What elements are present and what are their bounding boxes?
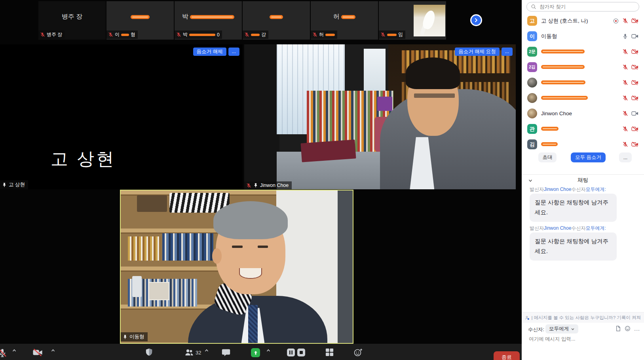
- tile-name: 이: [115, 31, 120, 38]
- mic-on-icon: [622, 33, 628, 39]
- tile-name-badge: 강: [243, 30, 268, 39]
- main-video-jinwon-choe[interactable]: 음소거 해제 요청 ... Jinwon Choe: [244, 44, 516, 189]
- shield-icon: [145, 348, 153, 356]
- emoji-icon[interactable]: [625, 326, 631, 331]
- chevron-up-icon: [12, 348, 17, 353]
- video-name: 이동형: [129, 333, 144, 340]
- redaction-blob: [189, 34, 215, 36]
- recipient-label: 수신자:: [528, 326, 544, 333]
- office-video-feed: [244, 44, 516, 189]
- mic-options-chevron[interactable]: [12, 348, 17, 353]
- tile-name: 허: [319, 31, 324, 38]
- big-participant-name: 고 상현: [51, 147, 116, 171]
- security-button[interactable]: [145, 348, 153, 356]
- mic-muted-icon: [622, 64, 628, 70]
- participant-name: 고 상현 (호스트, 나): [541, 17, 588, 25]
- mic-muted-icon: [622, 18, 628, 24]
- mic-muted-icon: [380, 32, 386, 37]
- participants-chat-panel: 고 고 상현 (호스트, 나) 이 이동형 2문: [522, 0, 644, 360]
- participants-icon: [184, 348, 194, 357]
- tile-name: 강: [261, 31, 266, 38]
- chat-button[interactable]: [222, 348, 230, 357]
- zoom-meeting-window: 병주 장 병주 장 이형 박 박0 강: [0, 0, 644, 360]
- next-page-button[interactable]: [470, 14, 482, 26]
- participant-row[interactable]: 관: [522, 121, 644, 137]
- pause-recording-button[interactable]: [287, 348, 295, 357]
- tile-name-badge: 병주 장: [38, 30, 65, 39]
- redaction-blob: [541, 96, 588, 100]
- video-tile[interactable]: 임: [379, 1, 446, 40]
- video-tile[interactable]: 이형: [106, 1, 174, 40]
- redaction-blob: [131, 15, 150, 19]
- reactions-button[interactable]: [354, 348, 363, 357]
- redaction-blob: [190, 15, 234, 19]
- mic-muted-icon: [312, 32, 317, 37]
- participants-footer: 초대 모두 음소거 ...: [522, 152, 644, 164]
- video-options-chevron[interactable]: [51, 348, 55, 353]
- video-tile[interactable]: 박 박0: [175, 1, 242, 40]
- share-screen-button[interactable]: [251, 348, 260, 357]
- more-icon[interactable]: ...: [634, 327, 640, 331]
- participant-row[interactable]: 고 고 상현 (호스트, 나): [522, 13, 644, 29]
- participant-row[interactable]: 2김: [522, 59, 644, 75]
- redaction-blob: [121, 34, 129, 36]
- participant-row[interactable]: 이 이동형: [522, 29, 644, 44]
- more-options-button[interactable]: ...: [228, 48, 239, 56]
- pinned-video-lee-dong-hyung[interactable]: 이동형: [120, 190, 353, 344]
- participant-search[interactable]: [526, 2, 639, 11]
- participants-chevron[interactable]: [204, 348, 209, 353]
- redaction-blob: [251, 34, 260, 36]
- video-tile[interactable]: 병주 장 병주 장: [38, 1, 106, 40]
- chat-title: 채팅: [578, 177, 588, 183]
- video-tile[interactable]: 강: [243, 1, 310, 40]
- file-icon[interactable]: [615, 326, 621, 331]
- tile-name: 0: [217, 32, 220, 38]
- chat-bubble-icon: [222, 348, 230, 357]
- end-meeting-button[interactable]: 종료: [494, 351, 520, 360]
- tile-name: 병주 장: [47, 31, 62, 38]
- tile-center-name: 박: [182, 13, 188, 21]
- tile-name-badge: 이형: [106, 30, 138, 39]
- apps-button[interactable]: [325, 348, 334, 356]
- video-name-label: Jinwon Choe: [244, 181, 292, 189]
- invite-button[interactable]: 초대: [538, 152, 557, 162]
- video-toggle[interactable]: [32, 348, 43, 357]
- recipient-selector[interactable]: 모두에게: [545, 324, 578, 333]
- compose-actions: ...: [615, 326, 640, 331]
- chevron-down-icon[interactable]: [528, 178, 533, 183]
- redaction-blob: [541, 142, 558, 146]
- share-options-chevron[interactable]: [266, 348, 271, 353]
- camera-off-icon: [631, 64, 638, 70]
- chat-sender-line: 발신자Jinwon Choe수신자모두에게:: [530, 225, 606, 232]
- participant-row[interactable]: Jinwon Choe: [522, 106, 644, 121]
- participant-row[interactable]: [522, 75, 644, 90]
- participant-row[interactable]: 2문: [522, 44, 644, 59]
- avatar: 이: [527, 31, 537, 41]
- video-tile[interactable]: 허 허: [311, 1, 378, 40]
- participant-row[interactable]: [522, 90, 644, 106]
- mute-toggle[interactable]: [0, 348, 7, 358]
- more-button[interactable]: ...: [619, 152, 632, 162]
- tile-name: 형: [131, 31, 135, 38]
- pause-icon: [287, 348, 295, 357]
- avatar: 2김: [527, 62, 537, 72]
- chevron-up-icon: [51, 348, 55, 353]
- mute-all-button[interactable]: 모두 음소거: [571, 152, 606, 162]
- stop-icon: [297, 348, 306, 357]
- chevron-up-icon: [204, 348, 209, 353]
- stop-recording-button[interactable]: [297, 348, 306, 357]
- unmute-button[interactable]: 음소거 해제: [193, 48, 226, 56]
- stoat-photo: [414, 5, 445, 36]
- redaction-blob: [541, 80, 585, 84]
- request-unmute-button[interactable]: 음소거 해제 요청: [455, 48, 499, 56]
- bookshelf-video-feed: [121, 190, 353, 343]
- chat-header: 채팅: [522, 177, 644, 184]
- chat-message-input[interactable]: [528, 336, 635, 342]
- avatar: 고: [527, 16, 537, 26]
- participant-row[interactable]: 김: [522, 137, 644, 152]
- redaction-blob: [541, 127, 559, 131]
- search-input[interactable]: [539, 4, 635, 10]
- participants-button[interactable]: 32: [184, 348, 201, 357]
- main-video-self[interactable]: 고 상현 음소거 해제 ... 고 상현: [0, 44, 243, 189]
- more-options-button[interactable]: ...: [502, 48, 513, 56]
